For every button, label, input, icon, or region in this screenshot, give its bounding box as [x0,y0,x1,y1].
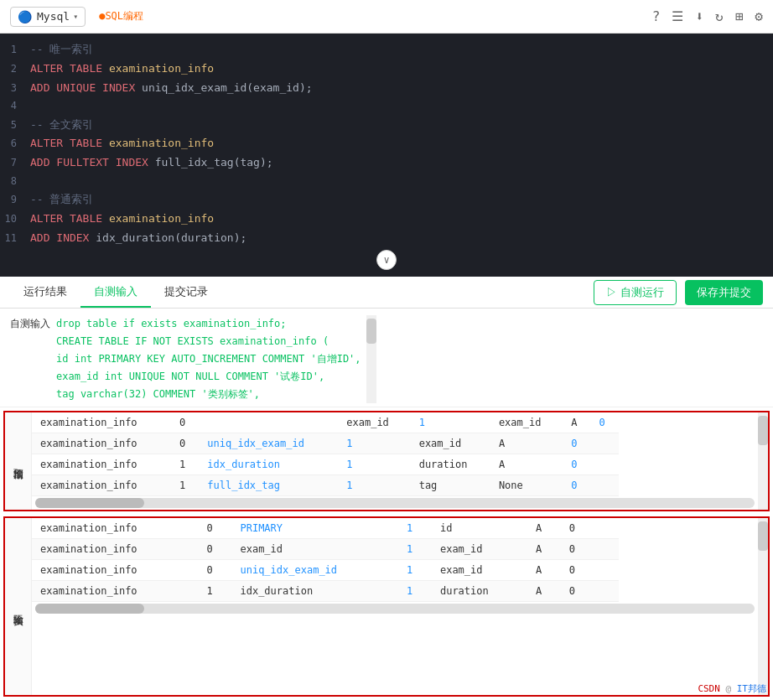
db-name: Mysql [37,10,70,23]
expand-button[interactable]: ∨ [376,250,397,270]
tab-self-test[interactable]: 自测输入 [80,277,151,308]
self-input-section: 自测输入 drop table if exists examination_in… [0,309,773,407]
actual-output-section: 实际输出 examination_info 0 PRIMARY 1 id A 0 [3,516,770,697]
watermark-author: IT邦德 [737,683,766,694]
table-row: examination_info 1 idx_duration 1 durati… [32,581,619,602]
code-editor: 1 -- 唯一索引 2 ALTER TABLE examination_info… [0,34,773,277]
expected-output-label: 预期输出 [5,412,32,510]
code-line-6: 6 ALTER TABLE examination_info [0,134,773,153]
table-row: examination_info 0 exam_id 1 exam_id A 0 [32,539,619,560]
code-line-4: 4 [0,97,773,115]
save-submit-button[interactable]: 保存并提交 [685,280,763,305]
actual-v-scrollbar[interactable] [758,518,768,695]
expected-h-scrollbar[interactable] [35,498,755,508]
actual-h-scrollbar[interactable] [35,604,755,614]
db-selector[interactable]: 🔵 Mysql ▾ [10,7,86,27]
watermark-csdn: CSDN [698,683,720,694]
actual-h-scrollthumb [35,604,144,614]
table-row: examination_info 1 full_idx_tag 1 tag No… [32,475,619,496]
tab-actions: ▷ 自测运行 保存并提交 [594,280,763,305]
expected-output-table-wrapper[interactable]: examination_info 0 exam_id 1 exam_id A 0… [32,412,758,510]
code-line-1: 1 -- 唯一索引 [0,40,773,60]
actual-output-table: examination_info 0 PRIMARY 1 id A 0 exam… [32,518,619,602]
help-icon[interactable]: ? [652,8,661,24]
table-row: examination_info 0 uniq_idx_exam_id 1 ex… [32,433,619,454]
code-line-10: 10 ALTER TABLE examination_info [0,210,773,229]
actual-output-label: 实际输出 [5,518,32,695]
tab-submit-history[interactable]: 提交记录 [151,277,221,308]
code-line-11: 11 ADD INDEX idx_duration(duration); [0,229,773,248]
table-row: examination_info 0 PRIMARY 1 id A 0 [32,518,619,539]
table-row: examination_info 1 idx_duration 1 durati… [32,454,619,475]
tab-run-results[interactable]: 运行结果 [10,277,80,308]
code-line-9: 9 -- 普通索引 [0,190,773,210]
expected-h-scrollthumb [35,498,144,508]
run-button[interactable]: ▷ 自测运行 [594,280,677,305]
expected-v-scrollthumb [758,416,768,445]
code-line-8: 8 [0,173,773,190]
results-area: 自测输入 drop table if exists examination_in… [0,309,773,700]
sql-label: ●SQL编程 [99,9,143,23]
toolbar-icons: ? ☰ ⬇ ↻ ⊞ ⚙ [652,8,763,24]
download-icon[interactable]: ⬇ [695,8,703,24]
self-input-scrollbar[interactable] [366,315,376,403]
copy-icon[interactable]: ⊞ [735,8,744,24]
expected-output-section: 预期输出 examination_info 0 exam_id 1 exam_i… [3,411,770,511]
refresh-icon[interactable]: ↻ [715,8,724,24]
settings-icon[interactable]: ⚙ [755,8,763,24]
actual-v-scrollthumb [758,521,768,551]
self-input-label: 自测输入 [10,315,56,403]
expected-output-table: examination_info 0 exam_id 1 exam_id A 0… [32,412,619,496]
code-line-2: 2 ALTER TABLE examination_info [0,60,773,79]
code-line-7: 7 ADD FULLTEXT INDEX full_idx_tag(tag); [0,153,773,173]
db-icon: 🔵 [18,10,32,23]
watermark: CSDN @ IT邦德 [698,682,766,695]
table-row: examination_info 0 uniq_idx_exam_id 1 ex… [32,560,619,581]
code-line-5: 5 -- 全文索引 [0,116,773,135]
toolbar: 🔵 Mysql ▾ ●SQL编程 ? ☰ ⬇ ↻ ⊞ ⚙ [0,0,773,34]
expected-v-scrollbar[interactable] [758,412,768,510]
table-row: examination_info 0 exam_id 1 exam_id A 0 [32,412,619,433]
list-icon[interactable]: ☰ [672,8,683,24]
actual-output-table-wrapper[interactable]: examination_info 0 PRIMARY 1 id A 0 exam… [32,518,758,673]
watermark-separator: @ [726,683,732,694]
self-input-content: drop table if exists examination_info; C… [56,315,361,403]
tab-bar: 运行结果 自测输入 提交记录 ▷ 自测运行 保存并提交 [0,277,773,309]
chevron-down-icon: ▾ [73,12,78,21]
code-line-3: 3 ADD UNIQUE INDEX uniq_idx_exam_id(exam… [0,79,773,98]
